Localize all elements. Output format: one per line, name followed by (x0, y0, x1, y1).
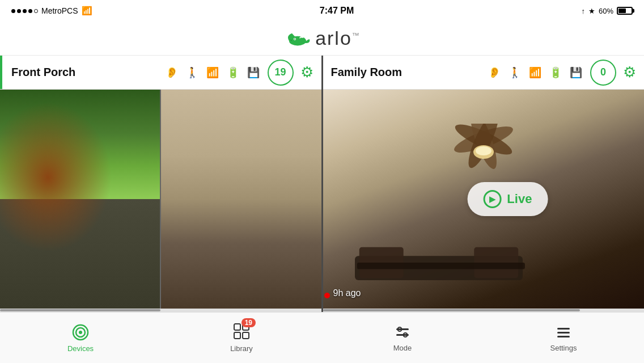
status-left: MetroPCS 📶 (11, 6, 92, 16)
green-accent-bar (0, 56, 2, 89)
camera-actions-front-porch: 19 ⚙ (268, 60, 313, 86)
location-icon: ↑ (581, 7, 585, 15)
tab-bar: Devices 19 Library Mode (0, 312, 644, 363)
feed-right-bg (161, 90, 321, 309)
carrier-name: MetroPCS (41, 6, 78, 15)
battery-icon (617, 7, 633, 15)
arlo-logo: arlo™ (283, 27, 361, 49)
feed-left-bg (0, 90, 160, 309)
library-badge: 19 (242, 318, 256, 327)
furniture-decoration (355, 232, 532, 289)
arlo-logo-text: arlo™ (315, 27, 361, 49)
live-button[interactable]: ▶ Live (467, 182, 548, 216)
svg-rect-29 (557, 332, 570, 334)
arlo-bird-icon (283, 28, 312, 49)
svg-rect-21 (243, 332, 249, 339)
svg-rect-20 (234, 332, 240, 339)
tab-mode-label: Mode (393, 344, 412, 352)
motion-icon: 🚶 (186, 66, 198, 79)
mode-tab-icon (394, 324, 411, 341)
scroll-thumb (0, 309, 160, 311)
scroll-thumb-family (323, 309, 580, 311)
svg-rect-30 (557, 336, 570, 337)
main-content: Front Porch 👂 🚶 📶 🔋 💾 19 ⚙ (0, 56, 644, 312)
camera-header-front-porch: Front Porch 👂 🚶 📶 🔋 💾 19 ⚙ (0, 56, 321, 90)
tab-library[interactable]: 19 Library (161, 313, 322, 363)
svg-rect-28 (557, 328, 570, 330)
ceiling-fan-decoration (427, 124, 540, 171)
camera-panel-family-room: Family Room 👂 🚶 📶 🔋 💾 0 ⚙ (323, 56, 645, 312)
settings-gear-front-porch[interactable]: ⚙ (300, 64, 313, 81)
camera-status-icons: 👂 🚶 📶 🔋 💾 (166, 66, 260, 79)
battery-status-icon-family: 🔋 (549, 66, 562, 79)
devices-tab-icon (71, 323, 90, 341)
wifi-status-icon-family: 📶 (529, 66, 541, 79)
motion-icon-family: 🚶 (509, 66, 521, 79)
time-ago-label: 9h ago (333, 288, 361, 298)
svg-point-17 (79, 331, 82, 334)
recording-dot (324, 293, 330, 298)
wifi-icon: 📶 (82, 6, 92, 16)
feed-right (160, 90, 321, 309)
camera-title-front-porch: Front Porch (11, 66, 166, 79)
battery-status-icon: 🔋 (227, 66, 239, 79)
signal-dots (11, 9, 38, 13)
camera-feed-front-porch[interactable] (0, 90, 321, 309)
scroll-indicator-family-room (323, 309, 645, 312)
tab-settings-label: Settings (550, 344, 577, 352)
wifi-status-icon: 📶 (206, 66, 219, 79)
feed-left (0, 90, 160, 309)
battery-percent: 60% (599, 7, 613, 15)
library-icon-wrap: 19 (233, 323, 250, 341)
scroll-indicator-front-porch (0, 309, 321, 312)
live-play-icon: ▶ (483, 190, 501, 208)
svg-point-27 (405, 334, 406, 336)
signal-dot-2 (17, 9, 21, 13)
status-bar: MetroPCS 📶 7:47 PM ↑ ★ 60% (0, 0, 644, 22)
camera-title-family-room: Family Room (331, 66, 489, 79)
camera-status-icons-family: 👂 🚶 📶 🔋 💾 (488, 66, 582, 79)
camera-header-family-room: Family Room 👂 🚶 📶 🔋 💾 0 ⚙ (323, 56, 645, 90)
tab-settings[interactable]: Settings (483, 313, 644, 363)
notification-count-front-porch[interactable]: 19 (268, 60, 294, 86)
tab-devices[interactable]: Devices (0, 313, 161, 363)
signal-dot-1 (11, 9, 15, 13)
signal-dot-5 (34, 9, 38, 13)
status-right: ↑ ★ 60% (581, 7, 633, 15)
audio-icon-family: 👂 (488, 66, 501, 79)
settings-tab-icon (555, 324, 572, 341)
arlo-tm: ™ (352, 31, 361, 40)
svg-point-24 (399, 328, 401, 330)
svg-point-2 (294, 38, 295, 39)
live-label: Live (507, 192, 532, 206)
app-header: arlo™ (0, 22, 644, 56)
bluetooth-icon: ★ (588, 7, 595, 15)
tab-library-label: Library (230, 344, 253, 353)
tab-mode[interactable]: Mode (322, 313, 483, 363)
audio-icon: 👂 (166, 66, 178, 79)
storage-icon: 💾 (247, 66, 260, 79)
storage-icon-family: 💾 (570, 66, 582, 79)
svg-rect-18 (234, 324, 240, 330)
signal-dot-4 (28, 9, 32, 13)
svg-point-10 (476, 146, 492, 155)
status-time: 7:47 PM (320, 6, 354, 16)
svg-rect-14 (357, 263, 525, 269)
camera-actions-family-room: 0 ⚙ (590, 60, 636, 86)
signal-dot-3 (23, 9, 27, 13)
tab-devices-label: Devices (67, 344, 94, 353)
settings-gear-family-room[interactable]: ⚙ (623, 64, 636, 81)
camera-panel-front-porch: Front Porch 👂 🚶 📶 🔋 💾 19 ⚙ (0, 56, 323, 312)
camera-feed-family-room[interactable]: ▶ Live 9h ago (323, 90, 645, 309)
notification-count-family-room[interactable]: 0 (590, 60, 616, 86)
